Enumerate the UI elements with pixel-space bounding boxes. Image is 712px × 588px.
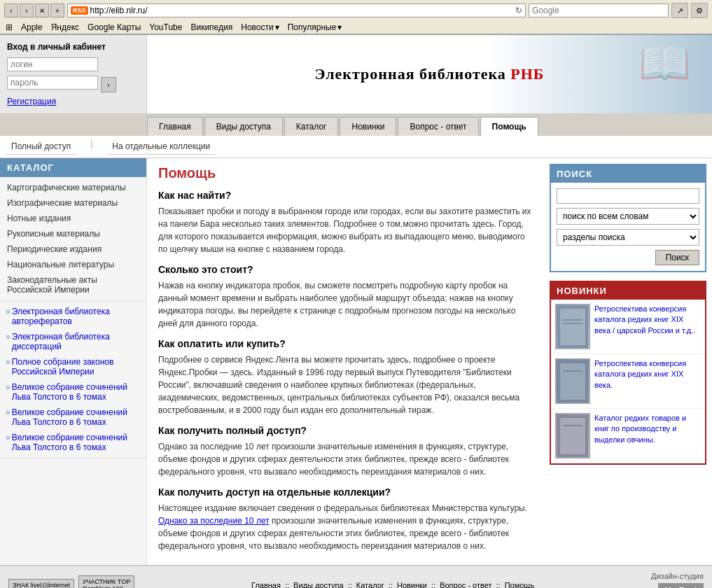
sidebar-item-notes[interactable]: Нотные издания (0, 211, 146, 226)
password-input[interactable] (7, 76, 98, 90)
subnav-collections[interactable]: На отдельные коллекции (106, 139, 216, 155)
sidebar-link-laws[interactable]: Полное собрание законов Российской Импер… (12, 357, 141, 377)
section-title-4: Как получить полный доступ? (158, 425, 533, 436)
search-input[interactable] (557, 188, 699, 204)
browser-search-input[interactable] (532, 6, 665, 15)
sidebar-item-izographic[interactable]: Изографические материалы (0, 195, 146, 211)
subnav-separator: | (90, 139, 92, 155)
section-text-4: Однако за последние 10 лет произошли зна… (158, 440, 533, 478)
footer-link-qa[interactable]: Вопрос - ответ (440, 581, 491, 588)
refresh-button[interactable]: ↻ (515, 6, 522, 15)
footer-design-label: Дизайн-студия (651, 572, 704, 580)
book-decoration-icon: 📖 (638, 38, 691, 88)
book-link-1[interactable]: Ретроспектива конверсия каталога редких … (594, 304, 701, 349)
nav-buttons: ‹ › ✕ + (4, 4, 64, 18)
bookmark-news[interactable]: Новости ▾ (241, 22, 279, 32)
footer-sep-5: :: (496, 581, 501, 588)
sidebar-item-national-lit[interactable]: Национальные литературы (0, 257, 146, 272)
login-title: Вход в личный кабинет (7, 42, 139, 52)
sidebar-main-section: Картографические материалы Изографически… (0, 177, 146, 301)
footer-link-access[interactable]: Виды доступа (293, 581, 344, 588)
login-input[interactable] (7, 57, 98, 71)
browser-action-2[interactable]: ⚙ (691, 3, 708, 18)
sidebar-item-cartographic[interactable]: Картографические материалы (0, 180, 146, 195)
section-title-1: Как нас найти? (158, 190, 533, 201)
register-link[interactable]: Регистрация (7, 97, 139, 106)
stop-button[interactable]: ✕ (35, 4, 49, 18)
svg-rect-1 (560, 309, 585, 345)
bookmark-wikipedia[interactable]: Википедия (190, 22, 232, 32)
bookmark-youtube[interactable]: YouTube (149, 22, 182, 32)
new-books-title: НОВИНКИ (551, 282, 705, 300)
sidebar-item-periodicals[interactable]: Периодические издания (0, 241, 146, 257)
right-panel: ПОИСК поиск по всем словампоиск по фразе… (544, 158, 712, 565)
bookmark-grid-icon[interactable]: ⊞ (6, 22, 13, 32)
bookmark-google-maps[interactable]: Google Карты (88, 22, 141, 32)
search-box-body: поиск по всем словампоиск по фразе разде… (551, 183, 705, 271)
book-link-3[interactable]: Каталог редких товаров и книг по произво… (594, 413, 701, 458)
bookmark-yandex[interactable]: Яндекс (51, 22, 79, 32)
arrow-icon-4: » (6, 382, 11, 402)
browser-chrome: ‹ › ✕ + RSS ↻ ↗ ⚙ ⊞ Apple Яндекс Google … (0, 0, 712, 35)
logo-red: РНБ (510, 65, 544, 83)
book-cover-1 (555, 304, 590, 349)
badge-rambler: УЧАСТНИК TOPRambler's 100 (78, 575, 134, 588)
bookmark-popular[interactable]: Популярные ▾ (288, 22, 342, 32)
login-button[interactable]: › (101, 77, 116, 92)
login-row: › (7, 76, 139, 94)
logo-title: Электронная библиотека (315, 65, 511, 83)
sidebar-title: КАТАЛОГ (0, 158, 146, 177)
sidebar-link-item-1[interactable]: » Электронная библиотека авторефератов (0, 304, 146, 329)
nav-new[interactable]: Новинки (340, 117, 396, 136)
sidebar-link-tolstoy-3[interactable]: Великое собрание сочинений Льва Толстого… (12, 433, 141, 452)
url-input[interactable] (90, 6, 515, 15)
nav-catalog[interactable]: Каталог (284, 117, 339, 136)
nav-wrapper: Главная Виды доступа Каталог Новинки Воп… (0, 114, 712, 136)
nav-home[interactable]: Главная (147, 117, 203, 136)
footer-link-home[interactable]: Главная (251, 581, 281, 588)
book-cover-2 (555, 358, 590, 404)
main-content: Помощь Как нас найти? Показывает пробки … (147, 158, 544, 565)
sidebar-link-item-3[interactable]: » Полное собрание законов Российской Имп… (0, 354, 146, 379)
search-section-select[interactable]: разделы поискавсе разделы (557, 229, 699, 246)
nav-qa[interactable]: Вопрос - ответ (398, 117, 478, 136)
section-link-5[interactable]: Однако за последние 10 лет (158, 516, 270, 526)
footer-inner: ЗНАК live|⊙|internet УЧАСТНИК TOPRambler… (8, 572, 704, 588)
section-title-5: Как получить доступ на отдельные коллекц… (158, 486, 533, 498)
back-button[interactable]: ‹ (4, 4, 18, 18)
sidebar-link-author[interactable]: Электронная библиотека авторефератов (12, 307, 141, 326)
nav-help[interactable]: Помощь (480, 117, 538, 136)
footer-link-catalog[interactable]: Каталог (356, 581, 384, 588)
sidebar-link-dissertations[interactable]: Электронная библиотека диссертаций (12, 332, 141, 351)
subnav-full-access[interactable]: Полный доступ (6, 139, 76, 155)
search-button[interactable]: Поиск (655, 250, 699, 265)
footer-link-new[interactable]: Новинки (397, 581, 427, 588)
nav-access-types[interactable]: Виды доступа (204, 117, 283, 136)
bookmark-apple[interactable]: Apple (21, 22, 43, 32)
arrow-icon-5: » (6, 407, 11, 427)
sidebar-link-item-6[interactable]: » Великое собрание сочинений Льва Толсто… (0, 430, 146, 455)
footer-sep-3: :: (389, 581, 393, 588)
search-words-select[interactable]: поиск по всем словампоиск по фразе (557, 208, 699, 225)
sidebar-item-legislation[interactable]: Законодательные акты Российской Империи (0, 272, 146, 298)
footer-link-help[interactable]: Помощь (505, 581, 535, 588)
arrow-icon-6: » (6, 433, 11, 452)
footer-sep-2: :: (348, 581, 352, 588)
forward-button[interactable]: › (20, 4, 34, 18)
login-panel: Вход в личный кабинет › Регистрация (0, 35, 147, 113)
sidebar-link-item-2[interactable]: » Электронная библиотека диссертаций (0, 329, 146, 354)
browser-action-1[interactable]: ↗ (671, 3, 688, 18)
footer: ЗНАК live|⊙|internet УЧАСТНИК TOPRambler… (0, 565, 712, 588)
rss-badge: RSS (71, 6, 88, 15)
browser-search-bar (529, 4, 669, 18)
add-tab-button[interactable]: + (50, 4, 64, 18)
site-header: Вход в личный кабинет › Регистрация Элек… (0, 35, 712, 114)
sidebar-link-item-5[interactable]: » Великое собрание сочинений Льва Толсто… (0, 405, 146, 430)
sidebar-link-tolstoy-1[interactable]: Великое собрание сочинений Льва Толстого… (12, 382, 141, 402)
sidebar-item-manuscripts[interactable]: Рукописные материалы (0, 226, 146, 241)
sidebar: КАТАЛОГ Картографические материалы Изогр… (0, 158, 147, 565)
sidebar-link-item-4[interactable]: » Великое собрание сочинений Льва Толсто… (0, 379, 146, 405)
footer-design: Дизайн-студия Un-Real (651, 572, 704, 588)
sidebar-link-tolstoy-2[interactable]: Великое собрание сочинений Льва Толстого… (12, 407, 141, 427)
book-link-2[interactable]: Ретроспектива конверсия каталога редких … (594, 358, 701, 404)
